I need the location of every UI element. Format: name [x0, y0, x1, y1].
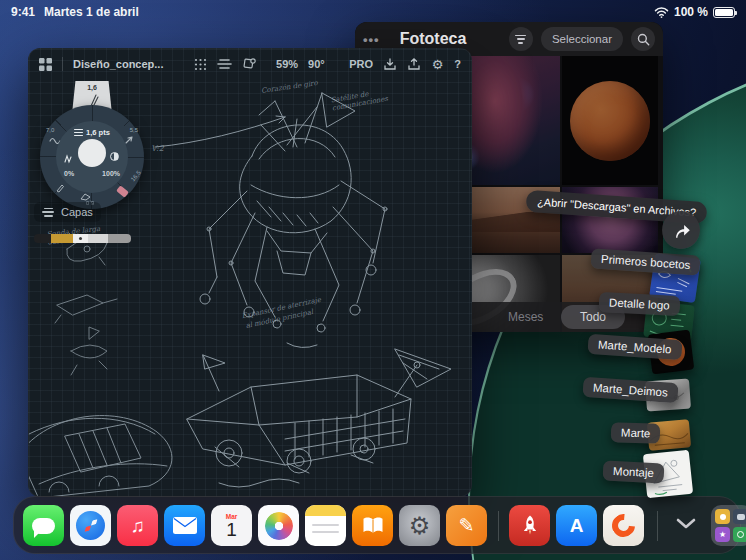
- drag-forward-badge[interactable]: [662, 211, 700, 249]
- dock-app-mail[interactable]: [164, 505, 205, 546]
- dock-app-sketch-pen[interactable]: ✎: [446, 505, 487, 546]
- canvas-sketch-rover[interactable]: [159, 347, 464, 495]
- pen-icon: ✎: [459, 514, 475, 537]
- notes-band: [305, 505, 346, 516]
- canvas-sketch-capsule[interactable]: [29, 394, 179, 497]
- date: Martes 1 de abril: [44, 5, 139, 19]
- mini-star-icon: ★: [715, 527, 730, 542]
- dock-collapse-button[interactable]: [675, 517, 697, 531]
- canvas-sketch-doodles[interactable]: [47, 221, 165, 393]
- dock: ♫ Mar 1 ⚙ ✎ A: [13, 496, 741, 554]
- color-preview-dot[interactable]: [78, 139, 106, 167]
- battery-percent: 100 %: [674, 5, 708, 19]
- sketch-toolbar: Diseño_concep... 59% 90° PRO ⚙ ?: [29, 49, 471, 79]
- selection-lasso-icon[interactable]: [242, 55, 256, 73]
- battery-icon: [713, 7, 735, 18]
- layers-stack-icon[interactable]: [217, 55, 232, 73]
- photos-flower-icon: [265, 512, 293, 540]
- chat-bubble-icon: [32, 518, 55, 534]
- wifi-icon: [654, 6, 669, 18]
- ipad-screen: 9:41 Martes 1 de abril 100 % ••• Fototec…: [0, 0, 746, 560]
- layers-label: Capas: [61, 206, 93, 218]
- opacity-min: 0%: [64, 170, 74, 177]
- stroke-lines-icon: [74, 129, 83, 136]
- import-icon[interactable]: [383, 55, 397, 73]
- ring-value: 16,5: [130, 170, 142, 183]
- status-bar: 9:41 Martes 1 de abril 100 %: [0, 0, 746, 24]
- settings-gear-icon[interactable]: ⚙: [431, 55, 444, 73]
- swatch-light-gray[interactable]: [88, 234, 108, 243]
- dock-app-appstore[interactable]: A: [556, 505, 597, 546]
- precision-grid-icon[interactable]: [194, 55, 207, 73]
- canvas-annotation: V:2: [151, 145, 164, 153]
- dock-app-photos[interactable]: [258, 505, 299, 546]
- select-button[interactable]: Seleccionar: [541, 27, 623, 51]
- music-note-icon: ♫: [130, 515, 144, 537]
- dock-app-settings[interactable]: ⚙: [399, 505, 440, 546]
- layers-panel-button[interactable]: Capas: [34, 202, 101, 222]
- tool-settings-disk[interactable]: 1,6 pts 0% 100%: [56, 121, 128, 193]
- tab-months[interactable]: Meses: [508, 310, 543, 324]
- forward-arrow-icon: [671, 222, 691, 239]
- filter-lines-icon: [515, 35, 526, 44]
- toolbar-divider: [62, 57, 63, 71]
- chevron-down-icon: [676, 518, 696, 530]
- dock-app-library[interactable]: ★: [711, 505, 746, 546]
- mini-camera-icon: [733, 509, 746, 524]
- dock-app-messages[interactable]: [23, 505, 64, 546]
- appstore-a-icon: A: [570, 515, 584, 537]
- dock-app-music[interactable]: ♫: [117, 505, 158, 546]
- canvas-sketch-spider-robot[interactable]: [147, 81, 419, 373]
- dock-app-books[interactable]: [352, 505, 393, 546]
- window-controls-icon[interactable]: •••: [363, 32, 380, 47]
- calendar-day: 1: [226, 520, 237, 539]
- document-title[interactable]: Diseño_concep...: [73, 58, 163, 70]
- gear-icon: ⚙: [409, 514, 431, 538]
- pressure-icon: [64, 154, 74, 164]
- smoothing-icon: [110, 152, 119, 161]
- zoom-level[interactable]: 59%: [276, 58, 298, 70]
- fill-bucket-icon: [80, 193, 92, 201]
- ring-value: 7,0: [46, 127, 54, 133]
- ring-value: 5,5: [130, 127, 138, 133]
- gallery-grid-icon[interactable]: [39, 55, 52, 73]
- swatch-black[interactable]: [34, 234, 51, 243]
- pro-badge[interactable]: PRO: [349, 58, 373, 70]
- marker-icon: [55, 183, 65, 193]
- drag-label[interactable]: Marte: [611, 422, 661, 444]
- stroke-size-label: 1,6 pts: [86, 128, 110, 137]
- compass-icon: [76, 511, 105, 540]
- dock-app-rocket[interactable]: [509, 505, 550, 546]
- concepts-c-icon: [607, 509, 639, 541]
- search-button[interactable]: [631, 27, 655, 51]
- filter-button[interactable]: [509, 27, 533, 51]
- envelope-icon: [173, 517, 197, 534]
- color-swatch-strip[interactable]: [34, 234, 131, 243]
- dock-app-notes[interactable]: [305, 505, 346, 546]
- search-icon: [637, 33, 650, 46]
- drag-label[interactable]: Montaje: [603, 460, 665, 483]
- rocket-icon: [518, 514, 542, 538]
- drag-label[interactable]: Detalle logo: [599, 292, 681, 316]
- dock-app-calendar[interactable]: Mar 1: [211, 505, 252, 546]
- sketch-app-window: Corazón de giro Satélite de comunicacion…: [28, 48, 472, 497]
- photos-title: Fototeca: [400, 30, 501, 48]
- dock-app-safari[interactable]: [70, 505, 111, 546]
- help-button[interactable]: ?: [454, 58, 461, 70]
- mini-tips-icon: [715, 509, 730, 524]
- rotation-angle[interactable]: 90°: [308, 58, 325, 70]
- dock-app-concepts[interactable]: [603, 505, 644, 546]
- dock-divider: [498, 511, 499, 541]
- eraser-icon: [116, 185, 129, 197]
- mini-wallet-icon: [733, 527, 746, 542]
- layers-icon: [42, 208, 54, 217]
- swatch-gray[interactable]: [108, 234, 131, 243]
- export-icon[interactable]: [407, 55, 421, 73]
- active-tool-size: 1,6: [87, 84, 97, 91]
- swatch-white-selected[interactable]: [73, 234, 88, 243]
- opacity-max: 100%: [102, 170, 120, 177]
- clock: 9:41: [11, 5, 35, 19]
- swatch-gold[interactable]: [51, 234, 73, 243]
- open-book-icon: [360, 515, 386, 537]
- dock-divider: [657, 511, 658, 541]
